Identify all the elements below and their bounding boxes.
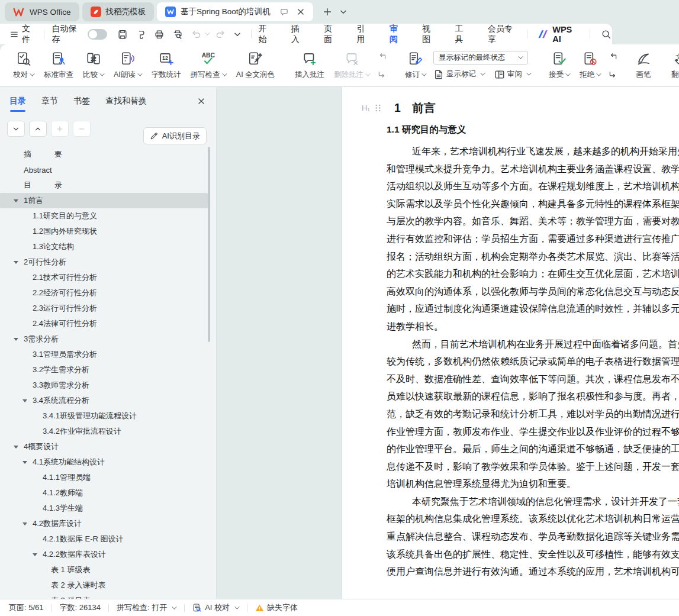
show-markup-button[interactable]: 显示标记: [433, 69, 485, 80]
tab-wps-office[interactable]: WPS Office: [5, 2, 79, 21]
toc-item[interactable]: 3.4系统流程分析: [0, 393, 208, 408]
toc-item[interactable]: 4.1.2教师端: [0, 485, 208, 501]
toc-item[interactable]: 表 1 班级表: [0, 562, 208, 578]
menu-tab-插入[interactable]: 插入: [291, 24, 306, 45]
toc-item[interactable]: 3.4.1班级管理功能流程设计: [0, 408, 208, 424]
expand-arrow-icon[interactable]: [14, 446, 18, 449]
toc-item[interactable]: 表 2 录入课时表: [0, 578, 208, 593]
toc-item[interactable]: 4.2数据库设计: [0, 516, 208, 531]
reject-change-button[interactable]: 拒绝: [575, 44, 606, 86]
next-comment-icon[interactable]: [377, 69, 387, 79]
delete-comment-button[interactable]: 删除批注: [329, 44, 375, 86]
accept-change-button[interactable]: 接受: [544, 44, 575, 86]
markup-state-select[interactable]: 显示标记的最终状态: [433, 51, 528, 64]
toc-item[interactable]: 4.2.2数据库表设计: [0, 547, 208, 562]
toc-item[interactable]: 1.1研究目的与意义: [0, 208, 208, 224]
previous-comment-icon[interactable]: [377, 52, 387, 62]
sidebar-tab-查找和替换[interactable]: 查找和替换: [105, 96, 147, 107]
expand-all-button[interactable]: [29, 121, 47, 137]
collapse-all-button[interactable]: [7, 121, 25, 137]
menu-tab-页面[interactable]: 页面: [324, 24, 339, 45]
redo-icon[interactable]: [214, 28, 227, 41]
toc-item[interactable]: 3需求分析: [0, 331, 208, 347]
expand-arrow-icon[interactable]: [22, 461, 27, 464]
ai-polish-button[interactable]: AI 全文润色: [231, 44, 279, 86]
toc-item[interactable]: 3.1管理员需求分析: [0, 347, 208, 362]
tab-document[interactable]: 基于Spring Boot的培训机构: [157, 2, 313, 21]
next-change-icon[interactable]: [608, 69, 618, 79]
sidebar-tab-书签[interactable]: 书签: [73, 96, 90, 107]
zoom-in-outline-button[interactable]: [51, 121, 69, 137]
spell-check-status[interactable]: 拼写检查: 打开: [117, 602, 176, 613]
toc-item[interactable]: 1前言: [0, 193, 208, 208]
save-icon[interactable]: [117, 28, 129, 41]
expand-arrow-icon[interactable]: [22, 399, 27, 402]
export-pdf-icon[interactable]: [135, 28, 147, 41]
proofread-button[interactable]: 校对: [8, 44, 39, 86]
document-page[interactable]: H₁ 1 前言 1.1 研究目的与意义 近年来，艺术培训机构行业飞速发展，越来越…: [342, 87, 679, 599]
expand-arrow-icon[interactable]: [22, 523, 27, 525]
toc-item[interactable]: 3.3教师需求分析: [0, 378, 208, 393]
toc-item[interactable]: 3.4.2作业审批流程设计: [0, 424, 208, 439]
toc-item[interactable]: 4.1.3学生端: [0, 501, 208, 516]
toc-item[interactable]: 2可行性分析: [0, 254, 208, 270]
toc-item[interactable]: 目 录: [0, 178, 208, 193]
review-pane-button[interactable]: 审阅: [494, 69, 531, 80]
quick-access-dropdown-icon[interactable]: [231, 28, 244, 41]
undo-icon[interactable]: [191, 28, 203, 41]
word-count-indicator[interactable]: 字数: 26134: [60, 602, 101, 613]
ai-recognize-toc-button[interactable]: AI识别目录: [143, 127, 207, 144]
zoom-out-outline-button[interactable]: [73, 121, 91, 137]
previous-change-icon[interactable]: [608, 52, 618, 62]
menu-tab-引用[interactable]: 引用: [356, 24, 371, 45]
undo-caret-icon[interactable]: [205, 30, 210, 35]
insert-comment-button[interactable]: 插入批注: [290, 44, 329, 86]
tab-comment-bubble-icon[interactable]: [278, 5, 291, 18]
track-changes-button[interactable]: 修订: [400, 44, 431, 86]
sidebar-tab-章节[interactable]: 章节: [41, 96, 58, 107]
search-icon[interactable]: [600, 28, 612, 41]
wps-ai-button[interactable]: WPS AI: [537, 25, 580, 44]
ai-proofread-status[interactable]: AI 校对: [192, 602, 239, 613]
tab-close-icon[interactable]: [294, 5, 307, 18]
print-preview-icon[interactable]: [171, 28, 184, 41]
toc-item[interactable]: 表 3 科目表: [0, 593, 208, 599]
compare-button[interactable]: 比较: [78, 44, 109, 86]
menu-tab-工具[interactable]: 工具: [455, 24, 469, 45]
menu-tab-视图[interactable]: 视图: [422, 24, 437, 45]
toc-item[interactable]: 2.1技术可行性分析: [0, 270, 208, 285]
translate-button[interactable]: 文A 翻译: [667, 44, 679, 86]
toc-item[interactable]: 2.2经济可行性分析: [0, 285, 208, 301]
menu-tab-审阅[interactable]: 审阅: [390, 24, 404, 45]
sidebar-close-icon[interactable]: [196, 96, 207, 107]
toc-item[interactable]: 4.2.1数据库 E-R 图设计: [0, 531, 208, 547]
menu-tab-会员专享[interactable]: 会员专享: [488, 24, 518, 45]
toc-item[interactable]: 1.2国内外研究现状: [0, 224, 208, 239]
expand-arrow-icon[interactable]: [33, 553, 37, 556]
expand-arrow-icon[interactable]: [14, 261, 18, 264]
print-icon[interactable]: [153, 28, 165, 41]
ink-pen-button[interactable]: 画笔: [631, 44, 656, 86]
toc-item[interactable]: Abstract: [0, 162, 208, 178]
toc-item[interactable]: 4.1.1管理员端: [0, 470, 208, 485]
spell-check-button[interactable]: ABC 拼写检查: [186, 44, 231, 86]
missing-font-warning[interactable]: 缺失字体: [255, 602, 298, 613]
file-menu[interactable]: 文件: [9, 24, 37, 45]
toc-item[interactable]: 4概要设计: [0, 439, 208, 454]
page-indicator[interactable]: 页面: 5/61: [9, 602, 44, 613]
autosave-toggle[interactable]: [88, 29, 107, 40]
toc-item[interactable]: 2.3运行可行性分析: [0, 301, 208, 316]
standard-review-button[interactable]: 标准审查: [39, 44, 78, 86]
new-tab-button[interactable]: [321, 5, 334, 18]
expand-arrow-icon[interactable]: [14, 338, 18, 341]
toc-item[interactable]: 1.3论文结构: [0, 239, 208, 254]
word-count-button[interactable]: 12 字数统计: [147, 44, 186, 86]
tab-template-store[interactable]: 找稻壳模板: [82, 2, 155, 21]
tab-list-dropdown-icon[interactable]: [337, 5, 350, 18]
toc-item[interactable]: 2.4法律可行性分析: [0, 316, 208, 331]
toc-item[interactable]: 4.1系统功能结构设计: [0, 454, 208, 470]
ai-read-aloud-button[interactable]: AI朗读: [109, 44, 147, 86]
menu-tab-开始[interactable]: 开始: [259, 24, 273, 45]
drag-handle-icon[interactable]: [375, 104, 381, 112]
toc-item[interactable]: 摘 要: [0, 147, 208, 162]
